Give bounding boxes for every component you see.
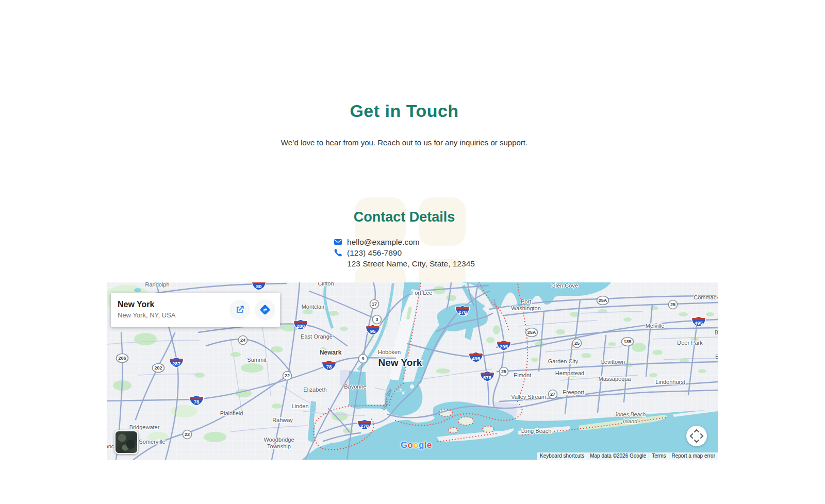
map-label: Glen Cove <box>551 282 578 289</box>
attribution-item[interactable]: Terms <box>649 452 668 460</box>
map-label: Port <box>521 298 531 305</box>
route-badge: 25 <box>500 367 508 376</box>
open-in-new-icon <box>235 305 245 315</box>
contact-item-text: (123) 456-7890 <box>347 248 402 258</box>
map-label: Babylon <box>715 354 718 360</box>
svg-text:278: 278 <box>360 423 369 429</box>
map-label: Clifton <box>318 282 334 287</box>
map-label: Island <box>623 418 638 424</box>
svg-text:24: 24 <box>240 338 245 343</box>
google-logo-letter: e <box>427 440 432 450</box>
svg-text:678: 678 <box>483 375 491 380</box>
svg-text:9: 9 <box>361 356 364 361</box>
route-badge: 17 <box>370 300 379 309</box>
google-logo[interactable]: Google <box>401 440 432 450</box>
contact-details-title: Contact Details <box>0 209 817 225</box>
contact-item: 123 Street Name, City, State, 12345 <box>334 259 475 270</box>
contact-item-text: hello@example.com <box>347 238 420 247</box>
route-badge: 22 <box>183 430 192 439</box>
map-label: Newark <box>320 349 342 356</box>
map-label: Deer Park <box>677 340 703 346</box>
svg-text:80: 80 <box>256 283 262 289</box>
satellite-toggle-thumbnail[interactable] <box>114 430 138 454</box>
map-label: Linden <box>291 403 308 409</box>
map-label: Levittown <box>601 359 625 365</box>
map-label: Rahway <box>272 417 293 423</box>
contact-item: hello@example.com <box>334 237 475 247</box>
svg-text:25: 25 <box>670 302 675 307</box>
map-label: Long Beach <box>521 428 552 434</box>
map-label: Massapequa <box>599 376 632 382</box>
svg-text:202: 202 <box>154 365 162 371</box>
directions-button[interactable] <box>255 299 275 320</box>
svg-text:135: 135 <box>623 339 631 344</box>
phone-icon <box>334 248 342 257</box>
location-icon <box>334 260 342 268</box>
route-badge: 25A <box>597 296 609 305</box>
route-badge: 3 <box>373 315 382 324</box>
google-map[interactable]: 2872809578788027827829549549567817392420… <box>107 282 718 460</box>
place-title: New York <box>118 299 229 310</box>
map-label: Valley Stream <box>511 394 546 400</box>
svg-text:278: 278 <box>458 309 467 315</box>
map-label: Bridgewater <box>129 424 160 430</box>
pan-arrows-icon <box>686 426 707 446</box>
map-label: Hoboken <box>378 349 401 355</box>
route-badge: 202 <box>153 364 164 373</box>
map-label: Fort Lee <box>411 290 433 296</box>
map-label: Plainfield <box>220 410 243 416</box>
map-label: Summit <box>247 357 266 363</box>
attribution-item: Map data ©2026 Google <box>587 452 649 460</box>
open-in-new-button[interactable] <box>229 299 250 320</box>
google-logo-letter: o <box>408 440 414 450</box>
route-badge: 25A <box>526 328 538 337</box>
map-label: Garden City <box>548 358 579 364</box>
svg-text:25A: 25A <box>599 298 607 303</box>
contact-item-text: 123 Street Name, City, State, 12345 <box>347 259 475 268</box>
svg-text:95: 95 <box>370 328 376 334</box>
pan-control-button[interactable] <box>686 426 707 446</box>
page-title: Get in Touch <box>0 101 817 121</box>
attribution-item[interactable]: Keyboard shortcuts <box>537 452 587 460</box>
attribution-item[interactable]: Report a map error <box>669 452 718 460</box>
svg-text:22: 22 <box>285 373 290 378</box>
route-badge: 135 <box>622 338 634 346</box>
svg-text:78: 78 <box>194 399 200 405</box>
map-label: Melville <box>646 323 665 329</box>
map-label: New York <box>378 357 422 368</box>
map-label: Brentwood <box>715 329 718 335</box>
svg-text:280: 280 <box>296 323 305 329</box>
map-label: Somerville <box>139 439 165 445</box>
route-badge: 27 <box>549 390 557 399</box>
route-badge: 25 <box>669 300 678 309</box>
svg-text:206: 206 <box>118 356 126 361</box>
email-icon <box>334 238 342 246</box>
page-subtitle: We’d love to hear from you. Reach out to… <box>0 138 817 147</box>
map-label: Elizabeth <box>303 387 326 393</box>
map-place-card: New York New York, NY, USA <box>111 293 280 327</box>
map-label: East Orange <box>301 333 333 340</box>
map-label: Randolph <box>145 282 169 288</box>
svg-text:295: 295 <box>500 344 508 349</box>
map-label: Hempstead <box>555 370 584 376</box>
svg-text:17: 17 <box>372 301 377 307</box>
contact-list: hello@example.com(123) 456-7890123 Stree… <box>334 237 475 270</box>
svg-text:495: 495 <box>695 320 703 326</box>
svg-text:27: 27 <box>550 392 555 397</box>
svg-text:25A: 25A <box>527 330 536 335</box>
svg-text:22: 22 <box>185 432 190 437</box>
route-badge: 206 <box>117 354 128 363</box>
map-label: Freeport <box>563 389 584 395</box>
route-badge: 25 <box>573 339 582 348</box>
map-label: Montclair <box>302 304 325 310</box>
svg-text:3: 3 <box>375 317 378 322</box>
map-label: Commack <box>694 294 718 300</box>
google-logo-letter: o <box>413 440 419 450</box>
route-badge: 24 <box>239 336 248 345</box>
map-label: Jones Beach <box>614 411 646 417</box>
map-label: Woodbridge <box>263 436 294 443</box>
contact-item: (123) 456-7890 <box>334 247 475 258</box>
svg-text:25: 25 <box>574 341 580 346</box>
map-label: Township <box>267 443 291 449</box>
route-badge: 22 <box>283 372 292 380</box>
